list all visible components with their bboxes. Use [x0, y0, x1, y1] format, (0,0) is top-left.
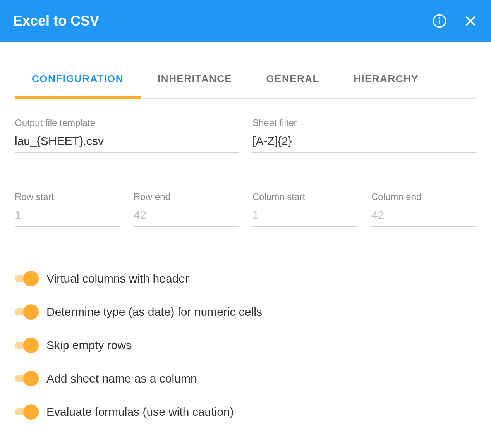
- column-end-input[interactable]: [371, 205, 476, 227]
- field-output-template: Output file template: [15, 117, 239, 153]
- info-icon[interactable]: [432, 14, 447, 28]
- field-row-end: Row end: [134, 191, 239, 227]
- row-end-label: Row end: [134, 191, 239, 202]
- row-start-input[interactable]: [15, 205, 120, 227]
- toggle-label-sheet-name-col: Add sheet name as a column: [46, 372, 197, 385]
- toggle-row-sheet-name-col: Add sheet name as a column: [15, 371, 476, 386]
- toggle-knob: [23, 338, 39, 353]
- toggle-label-eval-formulas: Evaluate formulas (use with caution): [46, 405, 234, 419]
- tab-general[interactable]: GENERAL: [249, 64, 336, 99]
- toggle-row-virtual-columns: Virtual columns with header: [15, 271, 476, 286]
- dialog-header: Excel to CSV: [0, 0, 491, 42]
- close-icon[interactable]: [463, 14, 478, 28]
- toggles-section: Virtual columns with header Determine ty…: [15, 271, 476, 420]
- toggle-label-determine-type: Determine type (as date) for numeric cel…: [46, 305, 262, 319]
- toggle-determine-type[interactable]: [15, 304, 39, 320]
- fields-row-1: Output file template Sheet filter: [15, 117, 476, 153]
- tab-bar: CONFIGURATION INHERITANCE GENERAL HIERAR…: [15, 64, 476, 99]
- sheet-filter-label: Sheet filter: [252, 117, 476, 128]
- toggle-label-skip-empty: Skip empty rows: [46, 339, 132, 352]
- row-end-input[interactable]: [134, 205, 239, 227]
- output-template-input[interactable]: [15, 131, 239, 153]
- toggle-knob: [23, 304, 39, 320]
- toggle-sheet-name-col[interactable]: [15, 371, 39, 386]
- output-template-label: Output file template: [15, 117, 239, 128]
- toggle-row-skip-empty: Skip empty rows: [15, 338, 476, 353]
- tab-inheritance[interactable]: INHERITANCE: [141, 64, 249, 99]
- toggle-knob: [23, 271, 39, 286]
- toggle-knob: [23, 371, 39, 386]
- toggle-virtual-columns[interactable]: [15, 271, 39, 286]
- toggle-skip-empty[interactable]: [15, 338, 39, 353]
- field-sheet-filter: Sheet filter: [252, 117, 476, 153]
- toggle-row-determine-type: Determine type (as date) for numeric cel…: [15, 304, 476, 320]
- column-end-label: Column end: [371, 191, 476, 202]
- header-actions: [432, 14, 478, 28]
- field-row-start: Row start: [15, 191, 120, 227]
- field-column-start: Column start: [252, 191, 357, 227]
- row-start-label: Row start: [15, 191, 120, 202]
- column-start-input[interactable]: [252, 205, 357, 227]
- column-start-label: Column start: [252, 191, 357, 202]
- dialog-body: CONFIGURATION INHERITANCE GENERAL HIERAR…: [0, 64, 491, 420]
- dialog-title: Excel to CSV: [13, 13, 432, 29]
- sheet-filter-input[interactable]: [252, 131, 476, 153]
- field-column-end: Column end: [371, 191, 476, 227]
- fields-row-2: Row start Row end Column start Column en…: [15, 191, 476, 227]
- tab-hierarchy[interactable]: HIERARCHY: [336, 64, 436, 99]
- toggle-label-virtual-columns: Virtual columns with header: [46, 272, 189, 285]
- tab-configuration[interactable]: CONFIGURATION: [15, 64, 141, 99]
- svg-point-2: [439, 18, 440, 19]
- toggle-row-eval-formulas: Evaluate formulas (use with caution): [15, 404, 476, 420]
- toggle-eval-formulas[interactable]: [15, 404, 39, 420]
- toggle-knob: [23, 404, 39, 420]
